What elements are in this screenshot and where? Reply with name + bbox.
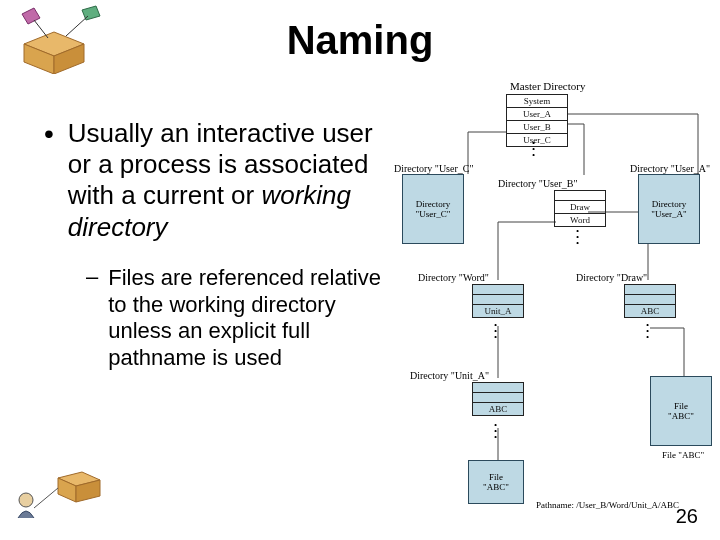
bullet-text: Usually an interactive user or a process… [68, 118, 394, 243]
word-cell: Unit_A [473, 305, 523, 317]
unit-a-cell [473, 383, 523, 393]
pathname-label: Pathname: /User_B/Word/Unit_A/ABC [536, 500, 679, 510]
dir-user-b-stack: Draw Word [554, 190, 606, 227]
user-b-cell [555, 191, 605, 201]
dir-user-a-box: Directory"User_A" [638, 174, 700, 244]
draw-cell [625, 285, 675, 295]
directory-tree-diagram: Master Directory System User_A User_B Us… [398, 80, 708, 510]
dir-unit-a-stack: ABC [472, 382, 524, 416]
file-abc-right-label: File "ABC" [662, 450, 704, 460]
dots: ••• [494, 422, 497, 440]
dir-user-c-box: Directory"User_C" [402, 174, 464, 244]
main-bullet: • Usually an interactive user or a proce… [44, 118, 394, 243]
sub-bullet-marker: – [86, 265, 98, 289]
user-b-cell: Draw [555, 201, 605, 214]
unit-a-cell [473, 393, 523, 403]
dir-word-stack: Unit_A [472, 284, 524, 318]
dir-unit-a-label: Directory "Unit_A" [410, 370, 489, 381]
slide-title: Naming [0, 18, 720, 63]
file-abc-right-box: File"ABC" [650, 376, 712, 446]
dir-user-a-label: Directory "User_A" [630, 163, 710, 174]
dir-user-c-label: Directory "User_C" [394, 163, 474, 174]
dots: ••• [576, 228, 579, 246]
word-cell [473, 295, 523, 305]
draw-cell: ABC [625, 305, 675, 317]
dir-draw-label: Directory "Draw" [576, 272, 647, 283]
dots: ••• [494, 322, 497, 340]
text-column: • Usually an interactive user or a proce… [44, 118, 394, 372]
user-b-cell: Word [555, 214, 605, 226]
bullet-marker: • [44, 120, 54, 148]
dir-draw-stack: ABC [624, 284, 676, 318]
dir-user-b-label: Directory "User_B" [498, 178, 578, 189]
svg-point-10 [19, 493, 33, 507]
sub-bullet-text: Files are referenced relative to the wor… [108, 265, 394, 372]
file-abc-bottom-box: File"ABC" [468, 460, 524, 504]
svg-line-11 [34, 488, 58, 508]
word-cell [473, 285, 523, 295]
person-cube-decoration-icon [4, 470, 114, 534]
dots: ••• [646, 322, 649, 340]
sub-bullet: – Files are referenced relative to the w… [86, 265, 394, 372]
dir-word-label: Directory "Word" [418, 272, 489, 283]
unit-a-cell: ABC [473, 403, 523, 415]
draw-cell [625, 295, 675, 305]
